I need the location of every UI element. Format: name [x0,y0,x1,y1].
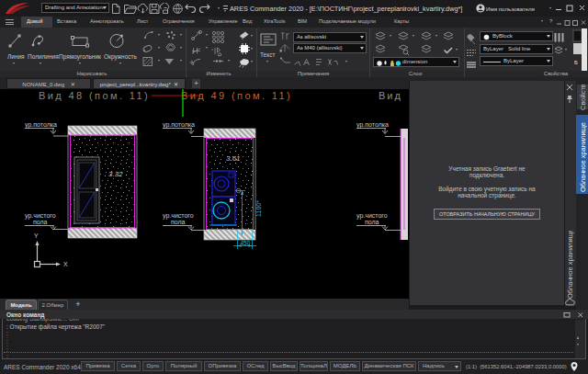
svg-text:пола: пола [33,219,48,225]
svg-text:пола: пола [171,219,186,225]
svg-text:Вид 49 (пом. 11): Вид 49 (пом. 11) [181,90,292,101]
svg-text:3.32: 3.32 [108,170,123,178]
svg-text:ур.потолка: ур.потолка [163,121,195,129]
svg-text:пола: пола [365,219,379,225]
svg-text:Б: Б [574,60,578,65]
svg-text:Вид 48 (пом. 11): Вид 48 (пом. 11) [39,90,150,101]
svg-text:450: 450 [241,240,251,246]
svg-text:3.61: 3.61 [226,154,241,163]
svg-text:ур.потолка: ур.потолка [356,121,389,129]
svg-text:X: X [63,261,68,267]
svg-text:Вид: Вид [379,90,402,101]
svg-text:1100*: 1100* [255,200,262,217]
svg-text:ур.потолка: ур.потолка [25,121,57,129]
svg-text:Y: Y [34,232,39,239]
